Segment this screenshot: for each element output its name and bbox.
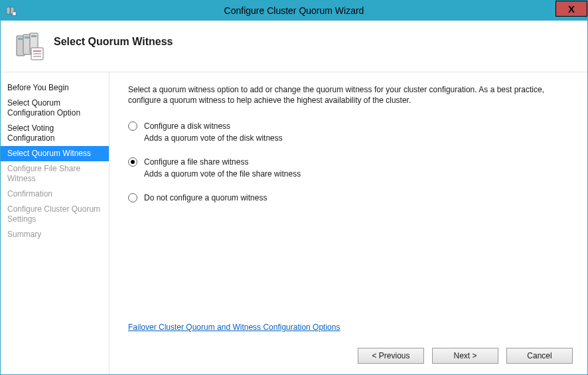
option-file-share-witness: Configure a file share witness Adds a qu… bbox=[128, 157, 573, 179]
option-disk-witness: Configure a disk witness Adds a quorum v… bbox=[128, 121, 573, 143]
window-title: Configure Cluster Quorum Wizard bbox=[1, 5, 587, 16]
previous-button[interactable]: < Previous bbox=[358, 348, 424, 364]
wizard-body: Before You Begin Select Quorum Configura… bbox=[1, 72, 587, 374]
button-row: < Previous Next > Cancel bbox=[128, 348, 573, 366]
svg-rect-0 bbox=[7, 7, 10, 14]
option-no-witness: Do not configure a quorum witness bbox=[128, 193, 573, 202]
wizard-header: Select Quorum Witness bbox=[1, 21, 587, 72]
step-summary: Summary bbox=[1, 227, 109, 242]
help-link[interactable]: Failover Cluster Quorum and Witness Conf… bbox=[128, 323, 573, 332]
radio-icon bbox=[128, 193, 137, 202]
step-select-voting-configuration[interactable]: Select Voting Configuration bbox=[1, 121, 109, 146]
svg-rect-2 bbox=[13, 12, 16, 15]
wizard-window: Configure Cluster Quorum Wizard X Select… bbox=[0, 0, 588, 375]
titlebar: Configure Cluster Quorum Wizard X bbox=[1, 1, 587, 21]
page-title: Select Quorum Witness bbox=[54, 36, 173, 48]
radio-description: Adds a quorum vote of the file share wit… bbox=[144, 169, 573, 179]
next-button[interactable]: Next > bbox=[432, 348, 498, 364]
step-select-quorum-witness[interactable]: Select Quorum Witness bbox=[1, 146, 109, 161]
svg-rect-7 bbox=[25, 37, 30, 38]
radio-label: Configure a disk witness bbox=[144, 121, 230, 131]
radio-file-share-witness[interactable]: Configure a file share witness bbox=[128, 157, 573, 167]
close-icon: X bbox=[568, 3, 575, 15]
step-confirmation: Confirmation bbox=[1, 187, 109, 202]
radio-label: Configure a file share witness bbox=[144, 157, 248, 167]
intro-text: Select a quorum witness option to add or… bbox=[128, 84, 553, 106]
radio-no-witness[interactable]: Do not configure a quorum witness bbox=[128, 193, 573, 202]
step-configure-cluster-quorum-settings: Configure Cluster Quorum Settings bbox=[1, 202, 109, 227]
step-sidebar: Before You Begin Select Quorum Configura… bbox=[1, 72, 110, 374]
svg-rect-8 bbox=[31, 35, 37, 37]
step-before-you-begin[interactable]: Before You Begin bbox=[1, 80, 109, 96]
cancel-button[interactable]: Cancel bbox=[506, 348, 573, 364]
svg-rect-6 bbox=[18, 38, 23, 40]
cluster-icon bbox=[15, 32, 44, 61]
step-select-quorum-config-option[interactable]: Select Quorum Configuration Option bbox=[1, 96, 109, 121]
content-pane: Select a quorum witness option to add or… bbox=[110, 72, 587, 374]
radio-description: Adds a quorum vote of the disk witness bbox=[144, 133, 573, 143]
close-button[interactable]: X bbox=[555, 1, 587, 17]
app-icon bbox=[6, 5, 17, 16]
radio-icon bbox=[128, 121, 137, 131]
radio-label: Do not configure a quorum witness bbox=[144, 193, 267, 202]
step-configure-file-share-witness: Configure File Share Witness bbox=[1, 161, 109, 187]
radio-icon bbox=[128, 157, 137, 167]
radio-disk-witness[interactable]: Configure a disk witness bbox=[128, 121, 573, 131]
